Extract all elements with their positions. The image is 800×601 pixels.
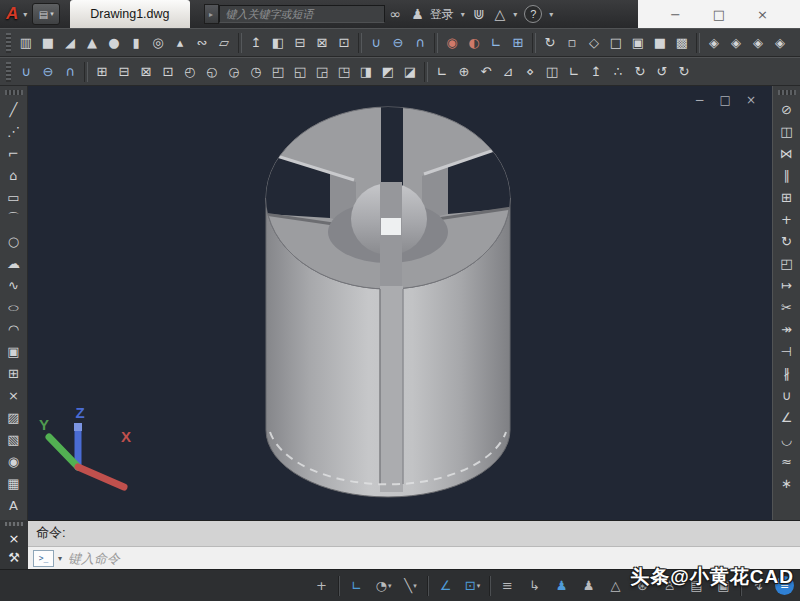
- ellipse-arc-icon[interactable]: ◠: [2, 318, 26, 340]
- convert-to-surface-icon[interactable]: ⊡: [333, 30, 355, 55]
- subtract-solid-icon[interactable]: ⊖: [37, 59, 59, 84]
- a360-icon[interactable]: △: [495, 6, 506, 22]
- vs-conceptual-icon[interactable]: ■: [649, 30, 671, 55]
- chamfer-icon[interactable]: ∠: [775, 406, 799, 428]
- presspull-icon[interactable]: ↥: [245, 30, 267, 55]
- point-icon[interactable]: ×: [2, 384, 26, 406]
- offset-faces-icon[interactable]: ⊠: [135, 59, 157, 84]
- extrude-faces-icon[interactable]: ⊞: [91, 59, 113, 84]
- y-rotate-ucs-icon[interactable]: ↺: [651, 59, 673, 84]
- helix-icon[interactable]: ∾: [191, 30, 213, 55]
- ellipse-icon[interactable]: ○: [2, 301, 26, 313]
- scale-icon[interactable]: ◰: [775, 252, 799, 274]
- sign-in-label[interactable]: 登录: [430, 6, 454, 23]
- vs-hidden-icon[interactable]: □: [605, 30, 627, 55]
- stretch-icon[interactable]: ↦: [775, 274, 799, 296]
- world-ucs-icon[interactable]: ⊕: [453, 59, 475, 84]
- z-axis-vector-ucs-icon[interactable]: ↥: [585, 59, 607, 84]
- quick-access-toolbar-button[interactable]: ▤▾: [32, 3, 60, 25]
- break-icon[interactable]: ∦: [775, 362, 799, 384]
- origin-ucs-icon[interactable]: ∟: [563, 59, 585, 84]
- face-ucs-icon[interactable]: ⊿: [497, 59, 519, 84]
- 3d-array-icon[interactable]: ⊞: [507, 30, 529, 55]
- document-tab[interactable]: Drawing1.dwg: [70, 0, 189, 28]
- convert-to-solid-icon[interactable]: ⊠: [311, 30, 333, 55]
- multiline-text-icon[interactable]: A: [2, 494, 26, 516]
- nw-isometric-icon[interactable]: ◈: [769, 30, 791, 55]
- command-prompt-icon[interactable]: >_: [33, 550, 54, 567]
- help-button[interactable]: ?: [524, 5, 542, 23]
- dropdown-arrow-icon[interactable]: ▾: [477, 582, 481, 590]
- array-icon[interactable]: ⊞: [775, 186, 799, 208]
- view-ucs-icon[interactable]: ◫: [541, 59, 563, 84]
- pyramid-icon[interactable]: ▴: [169, 30, 191, 55]
- intersect-icon[interactable]: ∩: [409, 30, 431, 55]
- close-button[interactable]: ×: [757, 7, 768, 22]
- dropdown-arrow-icon[interactable]: ▾: [413, 582, 417, 590]
- hatch-icon[interactable]: ▨: [2, 406, 26, 428]
- slice-icon[interactable]: ◧: [267, 30, 289, 55]
- imprint-icon[interactable]: ◲: [311, 59, 333, 84]
- union-solid-icon[interactable]: ∪: [15, 59, 37, 84]
- sign-in-caret-icon[interactable]: ▾: [461, 10, 465, 19]
- copy-icon[interactable]: ◫: [775, 120, 799, 142]
- move-faces-icon[interactable]: ⊟: [113, 59, 135, 84]
- command-close-icon[interactable]: ×: [9, 531, 20, 546]
- union-icon[interactable]: ∪: [365, 30, 387, 55]
- polygon-icon[interactable]: ⌂: [2, 164, 26, 186]
- x-rotate-ucs-icon[interactable]: ↻: [629, 59, 651, 84]
- subtract-icon[interactable]: ⊖: [387, 30, 409, 55]
- vs-wireframe-icon[interactable]: ◇: [583, 30, 605, 55]
- ucs-previous-icon[interactable]: ↶: [475, 59, 497, 84]
- shell-icon[interactable]: ◩: [377, 59, 399, 84]
- cone-icon[interactable]: ▲: [81, 30, 103, 55]
- search-icon[interactable]: ∞: [390, 6, 402, 22]
- snap-mode-icon[interactable]: ∟: [344, 573, 369, 598]
- object-ucs-icon[interactable]: ⋄: [519, 59, 541, 84]
- rotate-icon[interactable]: ↻: [775, 230, 799, 252]
- toolbar-grip-handle[interactable]: [5, 90, 23, 95]
- sw-isometric-icon[interactable]: ◈: [703, 30, 725, 55]
- break-at-point-icon[interactable]: ⊣: [775, 340, 799, 362]
- infer-constraints-icon[interactable]: +: [309, 573, 334, 598]
- drawing-close-icon[interactable]: ×: [746, 94, 756, 106]
- se-isometric-icon[interactable]: ◈: [725, 30, 747, 55]
- color-edges-icon[interactable]: ◱: [289, 59, 311, 84]
- ucs-icon[interactable]: ∟: [431, 59, 453, 84]
- app-menu-caret-icon[interactable]: ▾: [23, 10, 27, 19]
- app-store-cart-icon[interactable]: ⋓: [473, 6, 485, 22]
- planar-surface-icon[interactable]: ▱: [213, 30, 235, 55]
- flatshot-icon[interactable]: ∟: [485, 30, 507, 55]
- taper-faces-icon[interactable]: ◵: [201, 59, 223, 84]
- command-recent-caret-icon[interactable]: ▾: [58, 554, 62, 563]
- annotation-scale-icon[interactable]: △: [603, 573, 628, 598]
- vs-2d-wireframe-icon[interactable]: ▫: [561, 30, 583, 55]
- command-customize-icon[interactable]: ⚒: [8, 550, 20, 565]
- polar-tracking-icon[interactable]: ◔▾: [371, 573, 396, 598]
- polysolid-icon[interactable]: ▥: [15, 30, 37, 55]
- z-rotate-ucs-icon[interactable]: ↻: [673, 59, 695, 84]
- offset-icon[interactable]: ∥: [775, 164, 799, 186]
- ne-isometric-icon[interactable]: ◈: [747, 30, 769, 55]
- toolbar-grip-handle[interactable]: [6, 33, 11, 53]
- drawing-viewport[interactable]: − □ ×: [28, 86, 772, 520]
- search-expand-button[interactable]: ▸: [204, 4, 219, 24]
- dropdown-arrow-icon[interactable]: ▾: [388, 582, 392, 590]
- toolbar-grip-handle[interactable]: [6, 62, 11, 82]
- thicken-icon[interactable]: ⊟: [289, 30, 311, 55]
- join-icon[interactable]: ∪: [775, 384, 799, 406]
- copy-edges-icon[interactable]: ◰: [267, 59, 289, 84]
- circle-icon[interactable]: ○: [2, 230, 26, 252]
- minimize-button[interactable]: −: [670, 7, 681, 22]
- torus-icon[interactable]: ◎: [147, 30, 169, 55]
- box-icon[interactable]: ■: [37, 30, 59, 55]
- separate-icon[interactable]: ◨: [355, 59, 377, 84]
- toolbar-grip-handle[interactable]: [778, 90, 796, 95]
- copy-faces-icon[interactable]: ◶: [223, 59, 245, 84]
- 3-point-ucs-icon[interactable]: ∴: [607, 59, 629, 84]
- help-caret-icon[interactable]: ▾: [549, 10, 553, 19]
- app-logo[interactable]: A: [6, 4, 18, 24]
- user-icon[interactable]: ♟: [411, 6, 424, 22]
- table-icon[interactable]: ▦: [2, 472, 26, 494]
- isometric-drafting-icon[interactable]: ╲▾: [398, 573, 423, 598]
